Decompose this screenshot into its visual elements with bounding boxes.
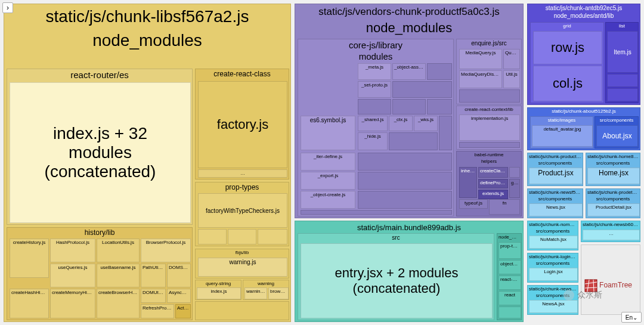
row-block[interactable]: row.js: [533, 31, 602, 64]
chunk-nomatch[interactable]: static/js/chunk-nomatchc1bd.js src/compo…: [527, 221, 578, 250]
about-src[interactable]: src/components About.jsx: [595, 116, 639, 148]
news-jsx[interactable]: News.jsx: [529, 203, 583, 216]
m6[interactable]: [439, 116, 452, 150]
newsa-jsx[interactable]: NewsA.jsx: [529, 300, 578, 313]
main-pt[interactable]: prop-types: [499, 242, 521, 259]
media-query[interactable]: MediaQuery.js: [459, 49, 502, 69]
factory-block[interactable]: factory.js: [198, 81, 287, 168]
wl-browser[interactable]: browser.js: [268, 287, 289, 299]
gud[interactable]: gud: [509, 179, 520, 198]
chunk-product[interactable]: static/js/chunk-product519b62.js src/com…: [527, 153, 583, 186]
h-locationUtils[interactable]: LocationUtils.js: [97, 239, 140, 262]
home-jsx[interactable]: Home.jsx: [587, 168, 640, 184]
fbjs-group[interactable]: fbjs/lib warning.js: [195, 249, 289, 278]
about-images[interactable]: static/images default_avatar.jpg: [530, 116, 593, 148]
pt-small3[interactable]: [258, 229, 287, 244]
chunk-newsa[interactable]: static/js/chunk-newsA0b2.js src/componen…: [527, 285, 578, 315]
h-domUtils[interactable]: DOMUtils.js: [141, 289, 166, 303]
defineProperty[interactable]: defineProperty.js: [478, 179, 508, 188]
fn[interactable]: fn: [489, 199, 520, 215]
h-refreshProtocol[interactable]: RefreshProtocol.js: [141, 304, 174, 318]
h-createMemoryHistory[interactable]: createMemoryHistory.js: [50, 289, 95, 318]
chunk-newsb[interactable]: static/js/chunk-newsb60533d.js …: [581, 221, 640, 242]
create-react-class-group[interactable]: create-react-class factory.js …: [195, 69, 289, 179]
util[interactable]: Util.js: [503, 70, 520, 88]
chunk-antd[interactable]: static/js/chunk-antdb92ec5.js node_modul…: [527, 4, 640, 105]
react-router-group[interactable]: react-router/es index.js + 32 modules (c…: [7, 69, 193, 225]
h-domStorage[interactable]: DOMStateStorage.js: [167, 264, 191, 287]
nomatch-jsx[interactable]: NoMatch.jsx: [529, 236, 578, 249]
h-browserProtocol[interactable]: BrowserProtocol.js: [141, 239, 191, 262]
wl-warning[interactable]: warning.js: [244, 287, 267, 299]
hide[interactable]: _hide.js: [358, 132, 388, 150]
m3[interactable]: [358, 99, 391, 114]
chunk-login[interactable]: static/js/chunk-loginf3df2a.js src/compo…: [527, 253, 578, 283]
m-grid1[interactable]: [358, 153, 452, 171]
factory-checkers[interactable]: factoryWithTypeCheckers.js: [198, 193, 287, 228]
about-jsx[interactable]: About.jsx: [596, 125, 638, 147]
corejs-group[interactable]: core-js/library modules es6.symbol.js _m…: [298, 39, 454, 216]
h-pathUtils[interactable]: PathUtils.js: [141, 264, 166, 287]
meta[interactable]: _meta.js: [358, 63, 391, 80]
chunk-about[interactable]: static/js/chunk-about5125b2.js static/im…: [527, 107, 640, 150]
main-src[interactable]: src entry.jsx + 2 modules (concatenated): [298, 233, 494, 320]
h-useBasename[interactable]: useBasename.js: [97, 264, 140, 287]
m7[interactable]: [389, 132, 438, 150]
main-oa[interactable]: object-assign: [499, 260, 521, 274]
implementation[interactable]: implementation.js: [459, 114, 520, 141]
warning-block[interactable]: warning.js: [198, 258, 287, 277]
set-proto[interactable]: _set-proto.js: [358, 81, 391, 98]
h-createHashHistory[interactable]: createHashHistory.js: [10, 289, 49, 318]
pt-small1[interactable]: [198, 229, 227, 244]
antd-list[interactable]: list Item.js: [605, 22, 639, 103]
extends[interactable]: extends.js: [478, 190, 508, 199]
m5[interactable]: [427, 99, 452, 114]
es6-symbol[interactable]: es6.symbol.js: [301, 116, 355, 150]
chunk-pdetail[interactable]: static/js/chunk-prodetailTceb98.js src/c…: [586, 188, 640, 218]
main-rdom[interactable]: react-dom: [499, 276, 521, 290]
createClass[interactable]: createClass.js: [478, 167, 508, 178]
item-block[interactable]: Item.js: [607, 31, 638, 73]
ctx[interactable]: _ctx.js: [389, 116, 413, 131]
chunk-libs[interactable]: static/js/chunk-libsf567a2.js node_modul…: [4, 4, 291, 322]
h-useQueries[interactable]: useQueries.js: [50, 264, 95, 287]
export[interactable]: _export.js: [301, 172, 355, 190]
iter-define[interactable]: _iter-define.js: [301, 153, 355, 171]
chunk-vendors[interactable]: static/js/vendors-chunk-productf5a0c3.js…: [295, 4, 524, 218]
m-grid2[interactable]: [358, 172, 452, 190]
language-button[interactable]: En⌄: [621, 312, 642, 323]
pdetail-jsx[interactable]: ProductDetail.jsx: [587, 203, 640, 216]
history-group[interactable]: history/lib createHistory.js HashProtoco…: [7, 227, 193, 320]
main-react[interactable]: react: [499, 291, 521, 305]
qs-index[interactable]: index.js: [197, 287, 241, 299]
warning-lib-group[interactable]: warning warning.js browser.js: [243, 280, 289, 300]
main-bundle[interactable]: static/js/main.bundle899adb.js src entry…: [295, 221, 524, 322]
h-createBrowserHistory[interactable]: createBrowserHistory.js: [97, 289, 140, 318]
query-handler[interactable]: QueryHandler.js: [503, 49, 520, 69]
m1[interactable]: [427, 63, 452, 80]
pt-small2[interactable]: [228, 229, 256, 244]
antd-grid[interactable]: grid row.js col.js: [530, 22, 604, 103]
entry-block[interactable]: entry.jsx + 2 modules (concatenated): [301, 243, 493, 318]
main-misc[interactable]: [499, 307, 521, 318]
m4[interactable]: [392, 99, 426, 114]
index-concat[interactable]: index.js + 32 modules (concatenated): [10, 82, 191, 223]
misc-group[interactable]: [195, 301, 289, 320]
typeof[interactable]: typeof.js: [459, 199, 488, 209]
querystring-group[interactable]: query-string index.js: [195, 280, 242, 300]
m-grid3[interactable]: [358, 191, 452, 209]
chunk-home[interactable]: static/js/chunk-home872427.js src/compon…: [586, 153, 640, 186]
shared[interactable]: _shared.js: [358, 116, 388, 131]
fn-group[interactable]: [301, 210, 452, 215]
m2[interactable]: [392, 81, 452, 98]
main-nm[interactable]: node_modules prop-types object-assign re…: [497, 233, 522, 320]
enquire-group[interactable]: enquire.js/src MediaQuery.js QueryHandle…: [456, 39, 522, 104]
object-create[interactable]: _object-create.js: [301, 191, 355, 209]
prop-types-group[interactable]: prop-types factoryWithTypeCheckers.js: [195, 182, 289, 246]
object-assign-mod[interactable]: _object-assign.js: [392, 63, 426, 80]
enq-small[interactable]: [459, 89, 520, 103]
media-query-dispatch[interactable]: MediaQueryDispatch.js: [459, 70, 502, 88]
crc-group[interactable]: create-react-context/lib implementation.…: [456, 106, 522, 150]
list-s1[interactable]: [607, 74, 638, 87]
avatar-block[interactable]: default_avatar.jpg: [532, 125, 593, 147]
